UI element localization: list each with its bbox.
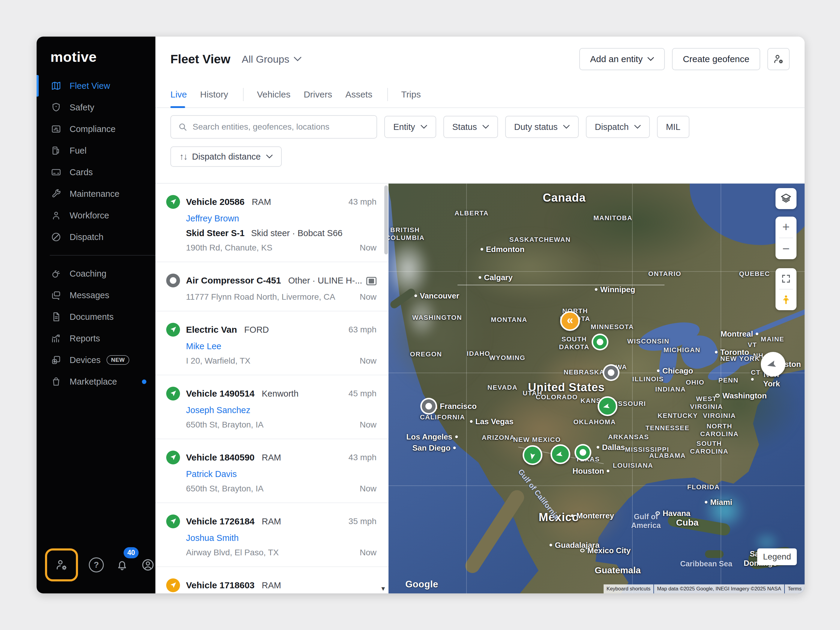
dispatch-filter-button[interactable]: Dispatch (586, 116, 650, 138)
sidebar-item-marketplace[interactable]: Marketplace (36, 371, 155, 392)
sidebar-item-documents[interactable]: Documents (36, 306, 155, 328)
sidebar-item-fuel[interactable]: Fuel (36, 140, 155, 161)
legend-button[interactable]: Legend (757, 548, 797, 565)
admin-highlight-box[interactable] (45, 548, 78, 581)
search-input-box[interactable] (171, 115, 377, 139)
devices-icon (51, 354, 62, 366)
list-item-vehicle-1726184[interactable]: Vehicle 1726184RAM35 mphJoshua SmithAirw… (155, 503, 388, 567)
vehicle-location: 190th Rd, Chanute, KS (186, 243, 272, 253)
sidebar-footer: ? 40 (45, 548, 161, 581)
last-update-time: Now (360, 356, 376, 366)
asset-marker-ia[interactable] (604, 366, 618, 379)
notification-dot (142, 379, 147, 384)
sidebar-item-devices[interactable]: DevicesNEW (36, 349, 155, 371)
filters: EntityStatusDuty statusDispatch MIL ↑↓ D… (155, 108, 805, 167)
list-item-vehicle-1490514[interactable]: Vehicle 1490514Kenworth45 mphJoseph Sanc… (155, 375, 388, 439)
active-indicator (36, 75, 39, 96)
tab-live[interactable]: Live (171, 82, 187, 107)
city-dot (470, 420, 472, 423)
map-canvas[interactable]: CanadaUnited StatesMexicoALBERTAMANITOBA… (388, 183, 805, 594)
vehicle-marker-moving-mo[interactable] (598, 396, 617, 416)
tab-history[interactable]: History (200, 82, 228, 107)
location-row: Airway Blvd, El Paso, TXNow (186, 548, 376, 557)
asset-name: Skid Steer S-1 (186, 228, 245, 238)
tab-assets[interactable]: Assets (345, 82, 372, 107)
label-text: MONTANA (491, 316, 527, 324)
sidebar-item-workforce[interactable]: Workforce (36, 205, 155, 226)
vehicle-marker-moving-tx1[interactable] (551, 444, 570, 464)
label-text: ALBERTA (455, 209, 489, 217)
driver-link[interactable]: Joseph Sanchez (186, 405, 376, 415)
label-text: Toronto (720, 348, 749, 357)
city-dot (756, 333, 758, 335)
list-item-air-compressor-c-451[interactable]: Air Compressor C-451Other · ULINE H-...1… (155, 262, 388, 311)
sidebar-item-safety[interactable]: Safety (36, 96, 155, 118)
vehicle-marker-boston[interactable] (761, 352, 785, 376)
list-item-vehicle-1718603[interactable]: Vehicle 1718603RAM (155, 567, 388, 594)
zoom-in-button[interactable]: + (775, 216, 796, 238)
map-label-cuba: Cuba (676, 518, 699, 528)
sidebar-item-fleet-view[interactable]: Fleet View (36, 75, 155, 96)
admin-gear-icon[interactable] (49, 552, 74, 578)
map-label-toronto: Toronto (715, 348, 749, 357)
search-input[interactable] (192, 122, 369, 132)
sidebar-item-cards[interactable]: Cards (36, 161, 155, 183)
vehicle-marker-stopped-tx[interactable] (576, 445, 590, 459)
st-lawrence (744, 307, 805, 338)
sort-dispatch-distance-button[interactable]: ↑↓ Dispatch distance (171, 147, 282, 167)
keyboard-shortcuts-link[interactable]: Keyboard shortcuts (603, 584, 654, 594)
content-area: Vehicle 20586RAM43 mphJeffrey BrownSkid … (155, 183, 805, 594)
map-label-wyoming: WYOMING (489, 354, 526, 362)
driver-link[interactable]: Joshua Smith (186, 533, 376, 543)
sidebar-item-compliance[interactable]: Compliance (36, 118, 155, 140)
tab-drivers[interactable]: Drivers (303, 82, 332, 107)
pegman-button[interactable] (775, 289, 796, 310)
create-geofence-button[interactable]: Create geofence (672, 48, 760, 70)
notifications-bell-icon[interactable]: 40 (109, 552, 135, 578)
asset-marker-sf[interactable] (422, 399, 436, 413)
location-row: I 20, Warfield, TXNow (186, 356, 376, 366)
duty-status-filter-button[interactable]: Duty status (505, 116, 579, 138)
terms-link[interactable]: Terms (785, 584, 805, 594)
sort-arrows-icon: ↑↓ (179, 152, 187, 162)
vehicle-marker-stopped-mn[interactable] (593, 335, 607, 349)
sidebar-item-reports[interactable]: Reports (36, 328, 155, 349)
location-row: 650th St, Brayton, IANow (186, 484, 376, 494)
map-label-miami: Miami (705, 498, 732, 507)
add-entity-button[interactable]: Add an entity (579, 48, 665, 70)
arrow-marker-shape (551, 444, 570, 464)
map-label-chicago: Chicago (657, 366, 693, 376)
driver-link[interactable]: Patrick Davis (186, 469, 376, 479)
sidebar-item-maintenance[interactable]: Maintenance (36, 183, 155, 205)
sidebar-item-messages[interactable]: Messages (36, 284, 155, 306)
vehicle-marker-moving-elpaso[interactable] (523, 445, 542, 465)
help-icon[interactable]: ? (84, 552, 109, 578)
map-label-alberta: ALBERTA (455, 209, 489, 217)
group-selector[interactable]: All Groups (242, 54, 302, 65)
terrain-boreal (515, 183, 755, 279)
entity-filter-button[interactable]: Entity (384, 116, 436, 138)
list-item-electric-van[interactable]: Electric VanFORD63 mphMike LeeI 20, Warf… (155, 311, 388, 375)
list-scroll-down-arrow[interactable]: ▼ (380, 585, 386, 592)
sidebar-item-coaching[interactable]: Coaching (36, 263, 155, 284)
label-text: CT (751, 369, 761, 376)
status-filter-button[interactable]: Status (444, 116, 498, 138)
tab-trips[interactable]: Trips (401, 82, 421, 107)
tab-vehicles[interactable]: Vehicles (257, 82, 291, 107)
map-label-winnipeg: Winnipeg (595, 285, 635, 294)
label-text: IDAHO (467, 350, 490, 358)
admin-settings-button[interactable] (767, 48, 789, 70)
driver-link[interactable]: Mike Lee (186, 341, 376, 351)
divider (779, 238, 793, 238)
driver-link[interactable]: Jeffrey Brown (186, 213, 376, 224)
vehicle-marker-idle-nd[interactable]: « (560, 311, 580, 331)
list-item-vehicle-1840590[interactable]: Vehicle 1840590RAM43 mphPatrick Davis650… (155, 439, 388, 503)
mil-filter-button[interactable]: MIL (657, 116, 689, 138)
list-scrollbar-thumb[interactable] (384, 185, 388, 254)
new-badge: NEW (106, 355, 129, 365)
map-layers-button[interactable] (775, 188, 796, 209)
zoom-out-button[interactable]: − (775, 238, 796, 259)
sidebar-item-dispatch[interactable]: Dispatch (36, 226, 155, 248)
fullscreen-button[interactable] (775, 268, 796, 289)
list-item-vehicle-20586[interactable]: Vehicle 20586RAM43 mphJeffrey BrownSkid … (155, 183, 388, 262)
